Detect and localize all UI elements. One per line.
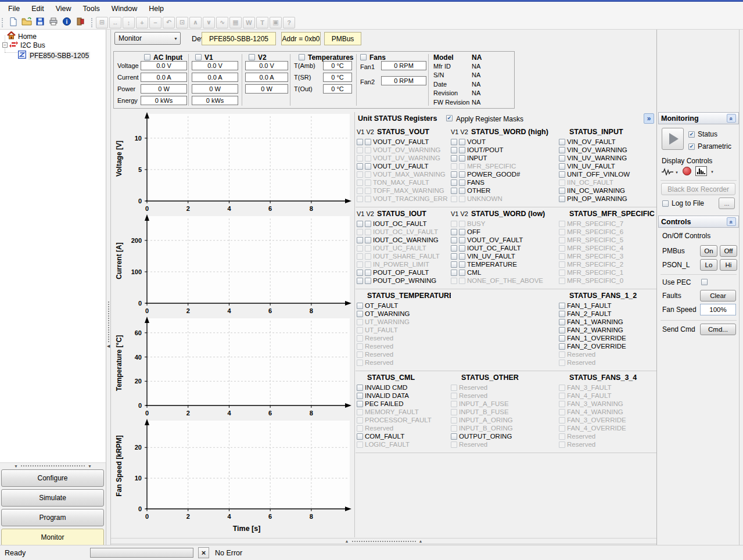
menu-view[interactable]: View	[50, 2, 77, 15]
status-bit-checkbox[interactable]	[451, 155, 457, 161]
status-bit-checkbox[interactable]	[451, 147, 457, 153]
status-bit-checkbox[interactable]	[559, 343, 565, 350]
status-bit-checkbox[interactable]	[459, 139, 465, 145]
log-to-file-checkbox[interactable]	[662, 200, 669, 207]
measure-col-checkbox-ac-input[interactable]	[144, 54, 150, 60]
use-pec-checkbox[interactable]	[701, 279, 708, 285]
status-bit-checkbox[interactable]	[459, 147, 465, 153]
status-bit-checkbox[interactable]	[559, 335, 565, 342]
status-bit-checkbox[interactable]	[459, 180, 465, 186]
status-bit-checkbox[interactable]	[459, 270, 465, 276]
tree-item-home[interactable]: Home	[7, 31, 37, 41]
apply-register-masks-checkbox[interactable]	[446, 115, 453, 121]
clear-faults-button[interactable]: Clear	[700, 290, 736, 301]
nav-button-simulate[interactable]: Simulate	[1, 489, 104, 507]
mode-select-dropdown[interactable]: Monitor ▼	[114, 32, 181, 45]
status-bit-checkbox[interactable]	[451, 245, 457, 252]
status-bit-checkbox[interactable]	[451, 261, 457, 268]
status-bit-checkbox[interactable]	[357, 401, 363, 407]
save-button[interactable]	[33, 16, 46, 28]
status-bit-checkbox[interactable]	[357, 139, 363, 145]
toolbar-grip[interactable]	[2, 18, 4, 27]
menu-file[interactable]: File	[2, 2, 26, 15]
status-bit-checkbox[interactable]	[559, 147, 565, 153]
status-bit-checkbox[interactable]	[451, 253, 457, 260]
status-bit-checkbox[interactable]	[559, 155, 565, 161]
chevron-down-icon[interactable]: ▼	[675, 171, 679, 174]
print-button[interactable]	[46, 16, 60, 28]
status-bit-checkbox[interactable]	[451, 433, 457, 440]
fan-speed-input[interactable]: 100%	[700, 304, 736, 315]
status-bit-checkbox[interactable]	[559, 171, 565, 178]
exit-button[interactable]	[73, 16, 87, 28]
status-bit-checkbox[interactable]	[559, 188, 565, 194]
status-bit-checkbox[interactable]	[451, 180, 457, 186]
menu-help[interactable]: Help	[143, 2, 170, 15]
measure-col-checkbox-fans[interactable]	[360, 54, 367, 60]
browse-file-button[interactable]: ...	[719, 198, 735, 209]
send-cmd-button[interactable]: Cmd...	[700, 324, 736, 335]
measure-col-checkbox-v1[interactable]	[195, 54, 202, 60]
nav-button-program[interactable]: Program	[1, 509, 104, 526]
status-bit-checkbox[interactable]	[365, 139, 371, 145]
status-bit-checkbox[interactable]	[559, 196, 565, 202]
measure-col-checkbox-v2[interactable]	[249, 54, 255, 60]
status-bit-checkbox[interactable]	[559, 303, 565, 309]
pmbus-off-button[interactable]: Off	[720, 245, 737, 257]
toolbar-grip[interactable]	[91, 18, 94, 27]
start-monitoring-button[interactable]	[662, 128, 684, 150]
nav-button-configure[interactable]: Configure	[1, 469, 104, 487]
expand-panel-button[interactable]: »	[644, 113, 654, 124]
status-bit-checkbox[interactable]	[357, 303, 363, 309]
status-bit-checkbox[interactable]	[357, 311, 363, 317]
status-bit-checkbox[interactable]	[451, 229, 457, 235]
status-bit-checkbox[interactable]	[365, 237, 371, 243]
status-bit-checkbox[interactable]	[451, 237, 457, 243]
left-panel-splitter[interactable]: ▼ ▼	[0, 462, 106, 469]
pson-lo-button[interactable]: Lo	[700, 259, 717, 271]
status-bit-checkbox[interactable]	[451, 171, 457, 178]
menu-tools[interactable]: Tools	[77, 2, 106, 15]
tree-item-i2c-bus[interactable]: I2C Bus	[9, 41, 45, 50]
status-bit-checkbox[interactable]	[559, 139, 565, 145]
histogram-display-button[interactable]	[695, 166, 707, 176]
parametric-checkbox[interactable]	[688, 143, 695, 150]
tree-content-splitter[interactable]: ◀	[106, 30, 111, 545]
tree-item-pfe850-sbb-1205[interactable]: PFE850-SBB-1205	[18, 51, 90, 60]
status-bit-checkbox[interactable]	[559, 327, 565, 333]
status-bit-checkbox[interactable]	[459, 188, 465, 194]
status-bit-checkbox[interactable]	[559, 311, 565, 317]
nav-button-monitor[interactable]: Monitor	[1, 529, 104, 546]
status-bit-checkbox[interactable]	[451, 270, 457, 276]
content-bottom-splitter[interactable]: ▲ ▲	[111, 538, 656, 544]
tree-expander-minus[interactable]: −	[2, 42, 8, 48]
menu-window[interactable]: Window	[106, 2, 143, 15]
status-bit-checkbox[interactable]	[459, 253, 465, 260]
status-bit-checkbox[interactable]	[559, 163, 565, 170]
status-bit-checkbox[interactable]	[357, 270, 363, 276]
status-bit-checkbox[interactable]	[459, 237, 465, 243]
pmbus-on-button[interactable]: On	[700, 245, 717, 257]
status-bit-checkbox[interactable]	[365, 163, 371, 170]
status-bit-checkbox[interactable]	[357, 163, 363, 170]
collapse-panel-button[interactable]: «	[727, 217, 736, 226]
status-checkbox[interactable]	[688, 131, 695, 138]
new-file-button[interactable]	[6, 16, 20, 28]
status-bit-checkbox[interactable]	[459, 245, 465, 252]
status-bit-checkbox[interactable]	[365, 278, 371, 284]
status-bit-checkbox[interactable]	[365, 270, 371, 276]
pson-hi-button[interactable]: Hi	[720, 259, 737, 271]
status-bit-checkbox[interactable]	[365, 221, 371, 227]
status-bit-checkbox[interactable]	[559, 319, 565, 325]
collapse-panel-button[interactable]: «	[727, 114, 736, 123]
measure-col-checkbox-temperatures[interactable]	[299, 54, 305, 60]
status-bit-checkbox[interactable]	[357, 278, 363, 284]
status-bit-checkbox[interactable]	[459, 261, 465, 268]
status-bit-checkbox[interactable]	[357, 221, 363, 227]
status-bit-checkbox[interactable]	[451, 188, 457, 194]
menu-edit[interactable]: Edit	[26, 2, 50, 15]
status-bit-checkbox[interactable]	[459, 171, 465, 178]
chevron-down-icon[interactable]: ▼	[710, 170, 714, 174]
bus-protocol-button[interactable]: PMBus	[324, 32, 361, 45]
clear-error-button[interactable]: ×	[198, 547, 209, 558]
